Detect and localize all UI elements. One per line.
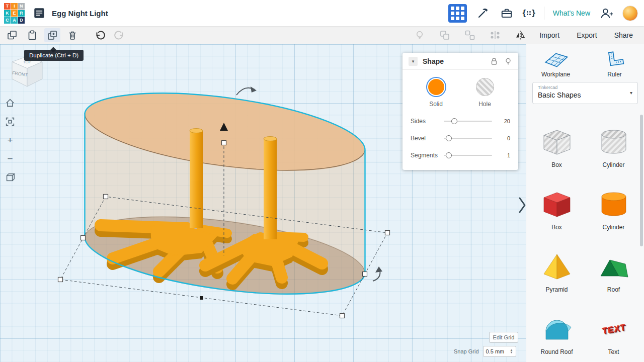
bevel-slider-row: Bevel 0: [403, 130, 518, 147]
shape-item-pyramid[interactable]: Pyramid: [528, 251, 585, 296]
duck-leg-left[interactable]: [190, 129, 203, 229]
snap-grid-label: Snap Grid: [454, 348, 479, 354]
workplane-icon: [542, 48, 570, 68]
add-user-icon[interactable]: [599, 6, 614, 21]
snap-grid-select[interactable]: 0.5 mm ▲▼: [483, 346, 516, 357]
logo-tile: A: [11, 17, 18, 24]
header-divider: [544, 7, 544, 20]
shape-inspector-panel: ▾ Shape Solid Hole Sides 20 Bevel: [403, 53, 518, 170]
logo-tile: I: [11, 3, 18, 10]
avatar[interactable]: [622, 6, 638, 21]
ungroup-button[interactable]: [462, 28, 478, 42]
shape-item-roof[interactable]: Roof: [585, 251, 642, 296]
logo-tile: T: [4, 3, 11, 10]
shape-category-dropdown[interactable]: Tinkercad Basic Shapes ▾: [532, 82, 638, 104]
align-button[interactable]: [487, 28, 503, 42]
lock-icon[interactable]: [490, 57, 498, 65]
scale-handle-w[interactable]: [58, 278, 63, 282]
edit-grid-button[interactable]: Edit Grid: [489, 332, 518, 343]
workplane-button[interactable]: Workplane: [526, 48, 585, 78]
bevel-slider[interactable]: [444, 138, 492, 139]
shape-item-cylinder[interactable]: Cylinder: [585, 189, 642, 234]
snap-grid-control: Snap Grid 0.5 mm ▲▼: [454, 346, 516, 357]
tinker-tools-icon[interactable]: [475, 6, 491, 21]
app-header: T I N K E R C A D Egg Night Light: [0, 0, 644, 26]
perspective-toggle-icon[interactable]: [4, 171, 17, 184]
scale-handle-s[interactable]: [340, 314, 345, 318]
codeblocks-icon[interactable]: { }: [523, 8, 535, 18]
scale-handle-n[interactable]: [104, 195, 108, 199]
sides-slider-knob[interactable]: [451, 118, 457, 124]
edit-toolbar: Import Export Share: [0, 26, 644, 44]
copy-button[interactable]: [4, 28, 20, 42]
hole-option[interactable]: Hole: [476, 78, 494, 108]
whats-new-link[interactable]: What's New: [553, 9, 590, 17]
delete-button[interactable]: [64, 28, 80, 42]
bevel-slider-knob[interactable]: [446, 135, 452, 141]
design-title[interactable]: Egg Night Light: [52, 9, 108, 18]
import-button[interactable]: Import: [533, 29, 566, 41]
logo-tile: K: [4, 10, 11, 17]
scale-handle-e[interactable]: [385, 231, 390, 235]
spinner-icon[interactable]: ▲▼: [510, 349, 513, 354]
rotate-handle-right[interactable]: [373, 266, 382, 281]
logo-tile: N: [18, 3, 25, 10]
snap-grid-value: 0.5 mm: [486, 348, 505, 354]
segments-slider-knob[interactable]: [446, 152, 452, 158]
duplicate-button[interactable]: [44, 28, 60, 42]
tinkercad-logo[interactable]: T I N K E R C A D: [4, 3, 25, 24]
sidebar-scrollbar[interactable]: [640, 115, 643, 246]
shape-item-box-hole[interactable]: Box: [528, 126, 585, 171]
logo-tile: D: [18, 17, 25, 24]
scale-handle-top[interactable]: [222, 141, 226, 145]
shapes-grid: Box Cylinder Box Cylinder: [526, 126, 644, 358]
duplicate-tooltip: Duplicate (Ctrl + D): [24, 50, 84, 61]
sides-slider[interactable]: [444, 121, 492, 122]
properties-list-icon[interactable]: [33, 7, 46, 20]
group-button[interactable]: [437, 28, 453, 42]
panel-collapse-caret[interactable]: ▾: [409, 57, 418, 66]
solid-option[interactable]: Solid: [427, 78, 445, 108]
segments-slider-row: Segments 1: [403, 147, 518, 164]
dashboard-grid-button[interactable]: [448, 4, 467, 23]
segments-slider[interactable]: [444, 155, 492, 156]
collapse-panel-chevron[interactable]: [518, 196, 526, 216]
scale-handle-nw[interactable]: [81, 236, 86, 240]
panel-title: Shape: [423, 57, 444, 65]
chevron-down-icon: ▾: [630, 90, 632, 96]
paste-button[interactable]: [24, 28, 40, 42]
view-tools: + −: [3, 97, 17, 184]
duck-leg-right[interactable]: [264, 137, 277, 240]
midpoint-handle[interactable]: [200, 296, 203, 300]
shape-item-box[interactable]: Box: [528, 189, 585, 234]
redo-button[interactable]: [112, 28, 128, 42]
logo-tile: C: [4, 17, 11, 24]
shape-item-cylinder-hole[interactable]: Cylinder: [585, 126, 642, 171]
hole-swatch[interactable]: [476, 78, 494, 96]
text-shape-thumb: TEXT: [596, 311, 631, 348]
toolbox-icon[interactable]: [499, 6, 514, 21]
scale-handle-se[interactable]: [363, 272, 367, 277]
sides-slider-row: Sides 20: [403, 113, 518, 130]
undo-button[interactable]: [92, 28, 108, 42]
solid-swatch[interactable]: [427, 78, 445, 96]
home-view-icon[interactable]: [4, 97, 17, 110]
logo-tile: R: [18, 10, 25, 17]
show-all-icon[interactable]: [412, 28, 428, 42]
shape-item-text[interactable]: TEXT Text: [585, 313, 642, 358]
logo-tile: E: [11, 10, 18, 17]
rotate-handle-top[interactable]: [236, 86, 257, 95]
fit-view-icon[interactable]: [4, 115, 17, 128]
shapes-sidebar: Workplane Ruler Tinkercad Basic Shapes ▾…: [526, 44, 644, 362]
mirror-button[interactable]: [512, 28, 528, 42]
shape-item-round-roof[interactable]: Round Roof: [528, 313, 585, 358]
zoom-out-icon[interactable]: −: [4, 152, 17, 165]
zoom-in-icon[interactable]: +: [4, 134, 17, 147]
ruler-icon: [602, 48, 628, 68]
ruler-button[interactable]: Ruler: [585, 48, 644, 78]
share-button[interactable]: Share: [608, 29, 639, 41]
bulb-icon[interactable]: [504, 57, 512, 65]
export-button[interactable]: Export: [571, 29, 603, 41]
